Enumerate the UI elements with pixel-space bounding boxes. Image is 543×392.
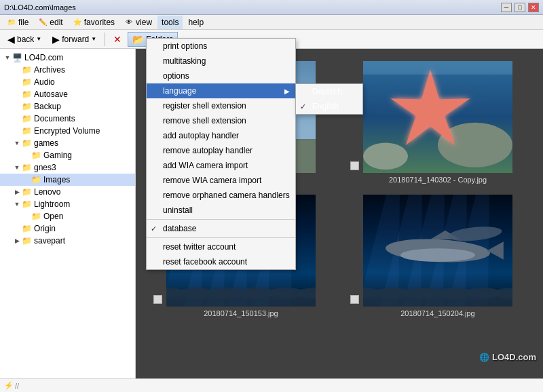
english-label: English bbox=[312, 102, 339, 111]
options-label: options bbox=[163, 71, 189, 81]
expander-origin bbox=[12, 224, 22, 233]
lang-deutsch[interactable]: Deutsch bbox=[296, 84, 362, 99]
thumb-img-4 bbox=[363, 195, 512, 307]
thumb-checkbox-2[interactable] bbox=[350, 161, 359, 170]
expander-lightroom[interactable]: ▼ bbox=[12, 199, 22, 209]
uninstall-label: uninstall bbox=[163, 205, 193, 215]
expander-savepart[interactable]: ▶ bbox=[12, 236, 22, 246]
expander-audio bbox=[12, 77, 22, 87]
deutsch-label: Deutsch bbox=[312, 87, 342, 96]
reset-facebook-label: reset facebook account bbox=[163, 257, 247, 267]
computer-icon: 🖥️ bbox=[12, 53, 22, 62]
tree-encrypted[interactable]: 📁 Encrypted Volume bbox=[0, 125, 135, 137]
menu-reset-facebook[interactable]: reset facebook account bbox=[147, 254, 295, 269]
menu-add-wia[interactable]: add WIA camera import bbox=[147, 158, 295, 173]
thumb-checkbox-4[interactable] bbox=[350, 295, 359, 304]
expander-lo4d[interactable]: ▼ bbox=[3, 53, 12, 62]
statusbar: ⚡ // bbox=[0, 378, 543, 392]
menu-uninstall[interactable]: uninstall bbox=[147, 203, 295, 218]
tree-lenovo[interactable]: ▶ 📁 Lenovo bbox=[0, 186, 135, 198]
tree-savepart[interactable]: ▶ 📁 savepart bbox=[0, 235, 135, 247]
expander-gaming bbox=[22, 151, 31, 160]
folder-gaming-icon: 📁 bbox=[31, 151, 41, 160]
tree-images[interactable]: 📁 Images bbox=[0, 174, 135, 186]
database-check: ✓ bbox=[151, 224, 157, 233]
menu-remove-shell[interactable]: remove shell extension bbox=[147, 113, 295, 128]
toolbar-sep1 bbox=[105, 33, 105, 46]
menu-view[interactable]: 👁 view bbox=[120, 16, 156, 29]
tree-origin[interactable]: 📁 Origin bbox=[0, 222, 135, 235]
expander-lenovo[interactable]: ▶ bbox=[12, 187, 22, 197]
backup-label: Backup bbox=[34, 102, 61, 111]
minimize-button[interactable]: ─ bbox=[501, 3, 512, 12]
watermark-text: LO4D.com bbox=[492, 352, 536, 362]
remove-shell-label: remove shell extension bbox=[163, 116, 246, 125]
language-submenu: Deutsch ✓ English bbox=[295, 83, 363, 115]
thumbnail-2[interactable]: 20180714_140302 - Copy.jpg bbox=[339, 56, 536, 189]
folder-audio-icon: 📁 bbox=[22, 77, 32, 87]
menu-database[interactable]: ✓ database bbox=[147, 221, 295, 236]
tree-backup[interactable]: 📁 Backup bbox=[0, 100, 135, 113]
tree-gnes3[interactable]: ▼ 📁 gnes3 bbox=[0, 161, 135, 174]
sidebar: ▼ 🖥️ LO4D.com 📁 Archives 📁 Audio 📁 Autos… bbox=[0, 49, 136, 378]
tree-archives[interactable]: 📁 Archives bbox=[0, 64, 135, 76]
folder-games-icon: 📁 bbox=[22, 138, 32, 148]
expander-documents bbox=[12, 114, 22, 123]
menu-print-options[interactable]: print options bbox=[147, 39, 295, 54]
encrypted-label: Encrypted Volume bbox=[34, 126, 100, 136]
lang-english[interactable]: ✓ English bbox=[296, 99, 362, 114]
menu-add-autoplay[interactable]: add autoplay handler bbox=[147, 128, 295, 143]
forward-label: forward bbox=[62, 35, 89, 44]
thumbnail-4[interactable]: 20180714_150204.jpg bbox=[339, 189, 536, 323]
games-label: games bbox=[34, 138, 58, 148]
menu-edit[interactable]: ✏️ edit bbox=[34, 16, 67, 29]
menu-remove-orphaned[interactable]: remove orphaned camera handlers bbox=[147, 188, 295, 203]
back-arrow: ▼ bbox=[36, 36, 41, 42]
maximize-button[interactable]: □ bbox=[514, 3, 525, 12]
folder-icon: 📂 bbox=[132, 34, 144, 45]
delete-button[interactable]: ✕ bbox=[109, 32, 126, 47]
language-label: language bbox=[163, 86, 196, 96]
autosave-label: Autosave bbox=[34, 90, 68, 99]
audio-label: Audio bbox=[34, 77, 55, 87]
tree-gaming[interactable]: 📁 Gaming bbox=[0, 149, 135, 161]
lightroom-label: Lightroom bbox=[34, 199, 70, 209]
images-label: Images bbox=[43, 175, 70, 184]
forward-button[interactable]: ▶ forward ▼ bbox=[48, 32, 101, 47]
menu-file[interactable]: 📁 file bbox=[3, 16, 33, 29]
back-button[interactable]: ◀ back ▼ bbox=[3, 32, 46, 47]
expander-gnes3[interactable]: ▼ bbox=[12, 163, 22, 172]
folder-savepart-icon: 📁 bbox=[22, 236, 32, 246]
thumb-img-2 bbox=[363, 61, 512, 173]
expander-games[interactable]: ▼ bbox=[12, 138, 22, 148]
close-button[interactable]: ✕ bbox=[528, 3, 539, 12]
thumb-label-4: 20180714_150204.jpg bbox=[400, 309, 475, 317]
remove-orphaned-label: remove orphaned camera handlers bbox=[163, 191, 290, 200]
tree-open[interactable]: 📁 Open bbox=[0, 210, 135, 222]
menu-help[interactable]: help bbox=[184, 16, 208, 29]
menu-language[interactable]: language ▶ Deutsch ✓ English bbox=[147, 83, 295, 98]
menu-remove-wia[interactable]: remove WIA camera import bbox=[147, 173, 295, 188]
statusbar-icon: ⚡ bbox=[4, 381, 14, 390]
menu-tools[interactable]: tools bbox=[157, 16, 183, 29]
expander-autosave bbox=[12, 90, 22, 99]
thumb-checkbox-3[interactable] bbox=[153, 295, 162, 304]
expander-backup bbox=[12, 102, 22, 111]
tree-lo4d[interactable]: ▼ 🖥️ LO4D.com bbox=[0, 52, 135, 64]
tree-autosave[interactable]: 📁 Autosave bbox=[0, 88, 135, 100]
menu-options[interactable]: options bbox=[147, 68, 295, 83]
database-label: database bbox=[163, 224, 196, 233]
folder-lenovo-icon: 📁 bbox=[22, 187, 32, 197]
menu-remove-autoplay[interactable]: remove autoplay handler bbox=[147, 143, 295, 158]
tree-audio[interactable]: 📁 Audio bbox=[0, 76, 135, 88]
menu-help-label: help bbox=[188, 18, 204, 27]
menu-multitasking[interactable]: multitasking bbox=[147, 54, 295, 68]
tree-lightroom[interactable]: ▼ 📁 Lightroom bbox=[0, 198, 135, 210]
expander-images bbox=[22, 175, 31, 184]
tree-documents[interactable]: 📁 Documents bbox=[0, 113, 135, 125]
menu-register-shell[interactable]: register shell extension bbox=[147, 98, 295, 113]
tree-games[interactable]: ▼ 📁 games bbox=[0, 137, 135, 149]
menu-favorites[interactable]: ⭐ favorites bbox=[69, 16, 119, 29]
menu-reset-twitter[interactable]: reset twitter account bbox=[147, 239, 295, 254]
add-wia-label: add WIA camera import bbox=[163, 161, 248, 170]
